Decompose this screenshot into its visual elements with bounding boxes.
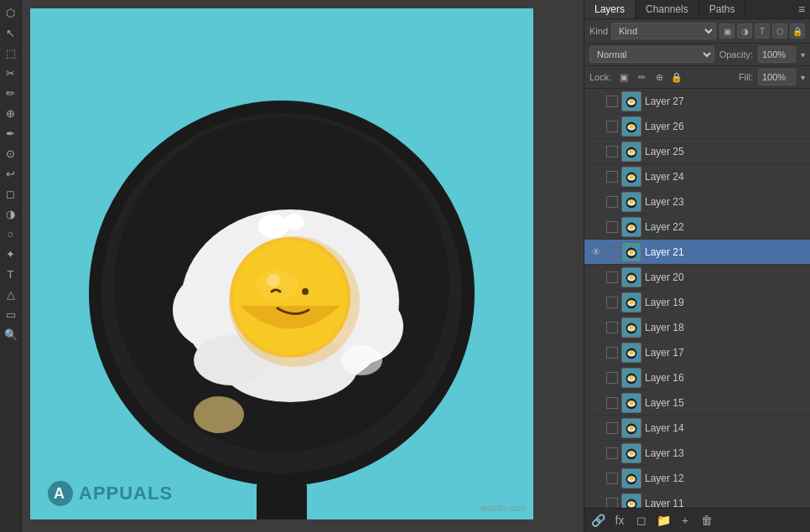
tab-channels[interactable]: Channels (636, 0, 699, 18)
layer-visibility-icon[interactable] (589, 195, 603, 209)
layer-visibility-icon[interactable] (589, 95, 603, 108)
layer-checkbox[interactable] (606, 146, 618, 158)
layer-row[interactable]: Layer 24 (584, 164, 810, 189)
blend-mode-select[interactable]: Normal Dissolve Darken Multiply (589, 46, 714, 63)
layer-visibility-icon[interactable] (589, 321, 603, 334)
layer-visibility-icon[interactable] (589, 371, 603, 385)
new-layer-button[interactable]: + (677, 512, 693, 529)
opacity-input[interactable] (758, 46, 796, 63)
history-brush[interactable]: ↩ (2, 164, 20, 183)
clone-tool[interactable]: ⊙ (2, 144, 20, 163)
layer-visibility-icon[interactable] (589, 421, 603, 435)
dodge-tool[interactable]: ○ (2, 225, 20, 243)
layer-checkbox[interactable] (606, 447, 618, 459)
layer-row[interactable]: Layer 11 (584, 491, 810, 508)
layer-row[interactable]: Layer 25 (584, 139, 810, 164)
layer-checkbox[interactable] (606, 372, 618, 384)
layer-thumbnail (621, 292, 641, 312)
heal-tool[interactable]: ⊕ (2, 104, 20, 122)
layer-visibility-icon[interactable] (589, 271, 603, 284)
opacity-dropdown-arrow[interactable]: ▾ (801, 50, 805, 59)
lock-all-button[interactable]: 🔒 (669, 70, 684, 85)
filter-adjustment-icon[interactable]: ◑ (737, 23, 752, 39)
layer-checkbox[interactable] (606, 498, 618, 509)
layer-checkbox[interactable] (606, 246, 618, 258)
layer-visibility-icon[interactable] (589, 472, 603, 485)
layer-checkbox[interactable] (606, 196, 618, 208)
shape-tool[interactable]: ▭ (2, 305, 20, 323)
layer-row[interactable]: Layer 23 (584, 189, 810, 214)
layer-checkbox[interactable] (606, 297, 618, 308)
layer-checkbox[interactable] (606, 171, 618, 183)
filter-shape-icon[interactable]: ⬡ (772, 23, 787, 39)
tab-layers[interactable]: Layers (584, 0, 636, 18)
layer-checkbox[interactable] (606, 347, 618, 359)
select-tool[interactable]: ↖ (2, 23, 20, 42)
filter-select[interactable]: Kind Name Effect Mode (611, 23, 716, 39)
layer-row[interactable]: Layer 17 (584, 340, 810, 365)
add-link-button[interactable]: 🔗 (589, 512, 606, 529)
lock-pixels-button[interactable]: ▣ (616, 70, 631, 85)
svg-point-36 (629, 174, 634, 179)
layer-visibility-icon[interactable] (589, 447, 603, 460)
layer-thumbnail (621, 167, 641, 187)
lock-position-button[interactable]: ✏ (634, 70, 649, 85)
layer-visibility-icon[interactable] (589, 296, 603, 309)
filter-pixel-icon[interactable]: ▣ (719, 23, 735, 39)
layer-row[interactable]: Layer 22 (584, 214, 810, 240)
path-tool[interactable]: △ (2, 285, 20, 303)
crop-tool[interactable]: ✂ (2, 64, 20, 82)
layer-row[interactable]: 👁 Layer 21 (584, 240, 810, 265)
layer-checkbox[interactable] (606, 422, 618, 434)
layer-visibility-icon[interactable] (589, 346, 603, 359)
new-group-button[interactable]: 📁 (655, 512, 672, 529)
delete-layer-button[interactable]: 🗑 (698, 512, 715, 529)
layer-checkbox[interactable] (606, 96, 618, 107)
gradient-tool[interactable]: ◑ (2, 204, 20, 223)
layer-row[interactable]: Layer 26 (584, 114, 810, 139)
layer-checkbox[interactable] (606, 473, 618, 484)
layer-visibility-icon[interactable] (589, 145, 603, 158)
layer-visibility-icon[interactable] (589, 220, 603, 234)
add-mask-button[interactable]: ◻ (633, 512, 650, 529)
brush-tool[interactable]: ✒ (2, 124, 20, 142)
layer-row[interactable]: Layer 12 (584, 466, 810, 491)
layer-row[interactable]: Layer 20 (584, 265, 810, 290)
filter-smart-icon[interactable]: 🔒 (790, 23, 805, 39)
fill-dropdown-arrow[interactable]: ▾ (801, 73, 805, 82)
tab-paths[interactable]: Paths (699, 0, 746, 18)
layer-visibility-icon[interactable] (589, 396, 603, 410)
pen-tool[interactable]: ✦ (2, 245, 20, 263)
layer-row[interactable]: Layer 15 (584, 390, 810, 416)
layer-row[interactable]: Layer 19 (584, 290, 810, 315)
layer-row[interactable]: Layer 18 (584, 315, 810, 340)
layer-checkbox[interactable] (606, 221, 618, 233)
layer-visibility-icon[interactable] (589, 120, 603, 133)
layer-row[interactable]: Layer 27 (584, 89, 810, 114)
svg-point-80 (629, 451, 634, 456)
layer-checkbox[interactable] (606, 322, 618, 333)
zoom-tool[interactable]: 🔍 (2, 325, 20, 343)
lasso-tool[interactable]: ⬚ (2, 44, 20, 62)
add-style-button[interactable]: fx (611, 512, 628, 529)
layer-checkbox[interactable] (606, 397, 618, 409)
fill-input[interactable] (758, 69, 796, 85)
svg-point-60 (629, 325, 634, 330)
panel-menu-button[interactable]: ≡ (793, 1, 810, 18)
layer-visibility-icon[interactable] (589, 497, 603, 509)
layer-checkbox[interactable] (606, 271, 618, 283)
layer-row[interactable]: Layer 16 (584, 365, 810, 390)
svg-point-16 (267, 274, 280, 287)
lock-artboard-button[interactable]: ⊕ (652, 70, 667, 85)
eraser-tool[interactable]: ◻ (2, 184, 20, 203)
layer-name: Layer 21 (645, 246, 797, 258)
layer-checkbox[interactable] (606, 121, 618, 132)
layer-row[interactable]: Layer 13 (584, 441, 810, 466)
filter-type-icon[interactable]: T (755, 23, 770, 39)
layer-row[interactable]: Layer 14 (584, 416, 810, 441)
layer-visibility-icon[interactable] (589, 170, 603, 183)
text-tool[interactable]: T (2, 265, 20, 283)
layer-visibility-icon[interactable]: 👁 (589, 245, 603, 259)
move-tool[interactable]: ⬡ (2, 3, 20, 22)
eyedropper-tool[interactable]: ✏ (2, 84, 20, 102)
